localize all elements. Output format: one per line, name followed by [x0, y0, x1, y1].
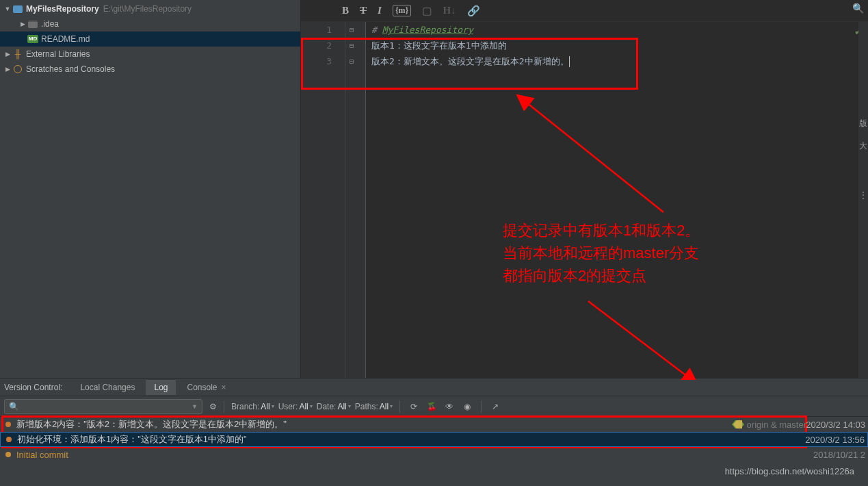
- chevron-right-icon[interactable]: ▶: [3, 66, 12, 73]
- italic-button[interactable]: I: [378, 5, 382, 16]
- vc-title: Version Control:: [4, 383, 62, 392]
- code-area[interactable]: 1 ⊟ # MyFilesRepository 2 ⊟ 版本1：这段文字在版本1…: [301, 22, 868, 378]
- tag-icon: [732, 420, 744, 429]
- fold-icon[interactable]: ⊟: [350, 57, 354, 65]
- scratches-icon: [12, 64, 23, 75]
- paths-filter[interactable]: Paths: All ▾: [355, 402, 393, 411]
- external-libraries-row[interactable]: ▶ ╫ External Libraries: [0, 47, 300, 62]
- commit-row[interactable]: 新增版本2内容："版本2：新增文本。这段文字是在版本2中新增的。" origin…: [0, 417, 868, 432]
- code-line[interactable]: 1 ⊟ # MyFilesRepository: [371, 22, 868, 38]
- fold-icon[interactable]: ⊟: [350, 26, 354, 34]
- code-line[interactable]: 3 ⊟ 版本2：新增文本。这段文字是在版本2中新增的。: [371, 53, 868, 69]
- options-icon[interactable]: ◉: [460, 402, 474, 411]
- highlight-icon[interactable]: 👁: [443, 402, 456, 411]
- scratches-row[interactable]: ▶ Scratches and Consoles: [0, 62, 300, 77]
- settings-icon[interactable]: ⚙: [209, 402, 217, 411]
- line-number-gutter: [301, 22, 345, 378]
- project-root-row[interactable]: ▼ MyFilesRepository E:\git\MyFilesReposi…: [0, 1, 300, 16]
- chevron-right-icon[interactable]: ▶: [18, 21, 27, 27]
- commit-message: 新增版本2内容："版本2：新增文本。这段文字是在版本2中新增的。": [16, 418, 287, 431]
- tree-item-idea[interactable]: ▶ .idea: [0, 16, 300, 31]
- folder-icon: [27, 18, 38, 29]
- external-libraries-label: External Libraries: [26, 49, 90, 59]
- scratches-label: Scratches and Consoles: [26, 64, 115, 74]
- right-gutter: 版 大 ⋮: [858, 22, 868, 378]
- chevron-right-icon[interactable]: ▶: [3, 51, 12, 57]
- close-icon[interactable]: ×: [222, 383, 226, 392]
- commit-message: Initial commit: [16, 450, 68, 460]
- branch-tag[interactable]: origin & master: [732, 420, 806, 430]
- text-cursor: [569, 56, 570, 67]
- annotation-text: 提交记录中有版本1和版本2。 当前本地和远程的master分支 都指向版本2的提…: [503, 219, 700, 287]
- commit-row[interactable]: Initial commit 2018/10/21 2: [0, 447, 868, 462]
- chevron-down-icon[interactable]: ▼: [3, 5, 12, 12]
- refresh-icon[interactable]: ⟳: [407, 402, 421, 411]
- commit-date: 2018/10/21 2: [813, 450, 865, 460]
- markdown-file-icon: MD: [27, 34, 38, 44]
- watermark-url: https://blog.csdn.net/woshi1226a: [725, 466, 854, 476]
- cherry-pick-icon[interactable]: 🍒: [425, 402, 438, 411]
- project-name: MyFilesRepository: [26, 4, 99, 14]
- commit-dot-icon: [6, 437, 12, 442]
- commit-date: 2020/3/2 14:03: [806, 420, 865, 430]
- tab-console[interactable]: Console×: [179, 380, 234, 395]
- line-number: 1: [301, 25, 345, 35]
- fold-icon[interactable]: ⊟: [350, 42, 354, 49]
- vc-toolbar: 🔍▼ ⚙ Branch: All ▾ User: All ▾ Date: All…: [0, 396, 868, 417]
- line-number: 2: [301, 40, 345, 51]
- project-icon: [12, 3, 23, 14]
- commit-message: 初始化环境：添加版本1内容："这段文字在版本1中添加的": [17, 433, 247, 446]
- tree-label: .idea: [41, 19, 59, 29]
- strikethrough-button[interactable]: T: [360, 5, 367, 16]
- markdown-toolbar: B T I {m} ▢ H↓ 🔗: [301, 0, 868, 22]
- link-button[interactable]: 🔗: [467, 5, 480, 17]
- project-tree: ▼ MyFilesRepository E:\git\MyFilesReposi…: [0, 0, 301, 378]
- user-filter[interactable]: User: All ▾: [278, 402, 313, 411]
- library-icon: ╫: [12, 49, 23, 60]
- project-path: E:\git\MyFilesRepository: [103, 4, 192, 14]
- search-icon: 🔍: [9, 402, 19, 411]
- image-button[interactable]: ▢: [422, 5, 432, 17]
- bold-button[interactable]: B: [342, 5, 349, 16]
- tab-log[interactable]: Log: [146, 380, 176, 395]
- find-icon[interactable]: 🔍: [852, 3, 864, 14]
- editor-pane: B T I {m} ▢ H↓ 🔗 ✔ 1 ⊟ # MyFilesReposito…: [301, 0, 868, 378]
- tree-label: README.md: [41, 34, 90, 44]
- go-to-icon[interactable]: ↗: [488, 402, 502, 411]
- commit-dot-icon: [5, 452, 11, 457]
- commit-row[interactable]: 初始化环境：添加版本1内容："这段文字在版本1中添加的" 2020/3/2 13…: [0, 432, 868, 447]
- line-number: 3: [301, 56, 345, 66]
- code-line[interactable]: 2 ⊟ 版本1：这段文字在版本1中添加的: [371, 38, 868, 53]
- code-button[interactable]: {m}: [393, 5, 411, 16]
- vc-search-input[interactable]: 🔍▼: [4, 399, 202, 414]
- date-filter[interactable]: Date: All ▾: [317, 402, 351, 411]
- fold-gutter: [345, 22, 366, 378]
- tree-item-readme[interactable]: MD README.md: [0, 31, 300, 47]
- commit-date: 2020/3/2 13:56: [805, 435, 865, 445]
- header-button[interactable]: H↓: [443, 5, 456, 16]
- branch-filter[interactable]: Branch: All ▾: [231, 402, 274, 411]
- commit-dot-icon: [5, 422, 11, 427]
- tab-local-changes[interactable]: Local Changes: [72, 380, 143, 395]
- chevron-down-icon[interactable]: ▼: [192, 403, 198, 410]
- vc-tab-bar: Version Control: Local Changes Log Conso…: [0, 379, 868, 396]
